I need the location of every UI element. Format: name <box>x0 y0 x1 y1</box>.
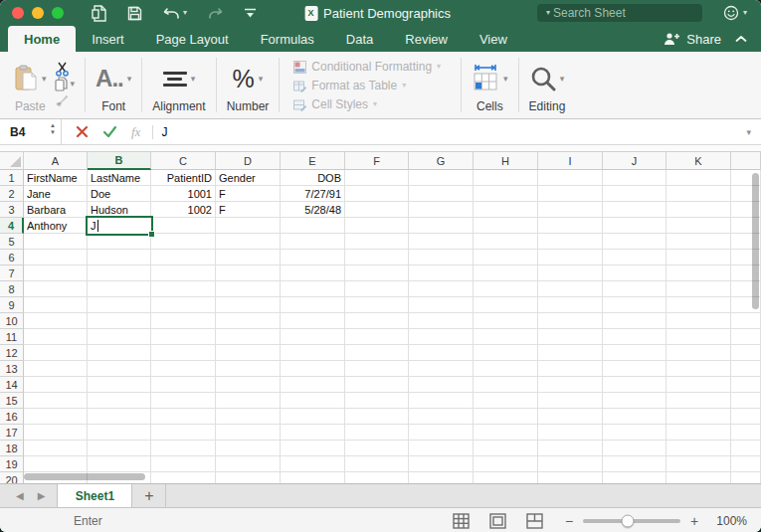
cell-K12[interactable] <box>666 345 731 361</box>
cell-A12[interactable] <box>24 345 88 361</box>
cell-partial-20[interactable] <box>731 472 761 483</box>
cell-E12[interactable] <box>281 345 345 361</box>
cell-D5[interactable] <box>216 234 281 250</box>
cell-I19[interactable] <box>538 456 603 472</box>
cell-C16[interactable] <box>151 409 216 425</box>
vertical-scrollbar-thumb[interactable] <box>752 173 759 309</box>
redo-button[interactable] <box>208 6 223 20</box>
row-header-19[interactable]: 19 <box>0 456 24 472</box>
cell-G9[interactable] <box>409 297 474 313</box>
new-workbook-button[interactable] <box>92 5 106 22</box>
cell-B12[interactable] <box>88 345 151 361</box>
cell-H5[interactable] <box>474 234 538 250</box>
save-button[interactable] <box>127 6 142 21</box>
cell-C2[interactable]: 1001 <box>151 186 216 202</box>
cell-J4[interactable] <box>603 218 666 234</box>
cell-F9[interactable] <box>345 297 409 313</box>
cell-A13[interactable] <box>24 361 88 377</box>
cell-K15[interactable] <box>666 393 731 409</box>
cell-K19[interactable] <box>666 456 731 472</box>
cell-B18[interactable] <box>88 441 151 456</box>
format-painter-button[interactable] <box>55 92 76 107</box>
cell-G1[interactable] <box>409 170 474 186</box>
cell-I20[interactable] <box>538 472 603 483</box>
cell-J20[interactable] <box>603 472 666 483</box>
column-header-E[interactable]: E <box>281 152 345 170</box>
cell-D3[interactable]: F <box>216 202 281 218</box>
cell-G12[interactable] <box>409 345 474 361</box>
cancel-entry-button[interactable] <box>76 125 89 138</box>
active-cell-B4[interactable]: J <box>86 216 153 236</box>
horizontal-scrollbar-thumb[interactable] <box>24 473 145 480</box>
font-caret-icon[interactable]: ▾ <box>127 75 132 84</box>
cell-E20[interactable] <box>281 472 345 483</box>
cell-I17[interactable] <box>538 425 603 441</box>
cell-K20[interactable] <box>666 472 731 483</box>
cell-E18[interactable] <box>281 441 345 456</box>
cell-H6[interactable] <box>474 250 538 266</box>
paste-menu-caret-icon[interactable]: ▾ <box>42 75 47 84</box>
cell-E8[interactable] <box>281 281 345 297</box>
row-header-8[interactable]: 8 <box>0 281 24 297</box>
paste-button[interactable]: ▾ Paste <box>14 58 47 113</box>
cell-partial-16[interactable] <box>731 409 761 425</box>
cell-K3[interactable] <box>666 202 731 218</box>
cell-E3[interactable]: 5/28/48 <box>281 202 345 218</box>
column-header-A[interactable]: A <box>24 152 88 170</box>
cell-K17[interactable] <box>666 425 731 441</box>
formula-input[interactable]: J <box>161 125 167 139</box>
cell-G20[interactable] <box>409 472 474 483</box>
cell-J11[interactable] <box>603 329 666 345</box>
cell-A5[interactable] <box>24 234 88 250</box>
cell-F16[interactable] <box>345 409 409 425</box>
cell-C7[interactable] <box>151 266 216 281</box>
cell-H1[interactable] <box>474 170 538 186</box>
cell-F20[interactable] <box>345 472 409 483</box>
cell-J14[interactable] <box>603 377 666 393</box>
row-header-15[interactable]: 15 <box>0 393 24 409</box>
close-window-button[interactable] <box>12 7 24 19</box>
cell-D12[interactable] <box>216 345 281 361</box>
cell-C9[interactable] <box>151 297 216 313</box>
cell-G17[interactable] <box>409 425 474 441</box>
name-box[interactable]: B4 ▲▼ <box>0 119 62 144</box>
cell-B11[interactable] <box>88 329 151 345</box>
cell-J19[interactable] <box>603 456 666 472</box>
cell-D19[interactable] <box>216 456 281 472</box>
cell-A10[interactable] <box>24 313 88 329</box>
search-input[interactable] <box>553 6 707 20</box>
cell-A15[interactable] <box>24 393 88 409</box>
cell-C10[interactable] <box>151 313 216 329</box>
cell-A18[interactable] <box>24 441 88 456</box>
cell-I18[interactable] <box>538 441 603 456</box>
cell-E11[interactable] <box>281 329 345 345</box>
confirm-entry-button[interactable] <box>102 125 117 138</box>
cell-E4[interactable] <box>281 218 345 234</box>
cell-F18[interactable] <box>345 441 409 456</box>
cell-partial-13[interactable] <box>731 361 761 377</box>
cell-B14[interactable] <box>88 377 151 393</box>
cell-A19[interactable] <box>24 456 88 472</box>
cell-I1[interactable] <box>538 170 603 186</box>
cell-G6[interactable] <box>409 250 474 266</box>
cell-I2[interactable] <box>538 186 603 202</box>
cell-A8[interactable] <box>24 281 88 297</box>
cell-B10[interactable] <box>88 313 151 329</box>
cell-E13[interactable] <box>281 361 345 377</box>
cell-G15[interactable] <box>409 393 474 409</box>
row-header-20[interactable]: 20 <box>0 472 24 483</box>
cell-F1[interactable] <box>345 170 409 186</box>
cell-C3[interactable]: 1002 <box>151 202 216 218</box>
format-as-table-button[interactable]: Format as Table ▾ <box>293 79 406 93</box>
cell-C6[interactable] <box>151 250 216 266</box>
feedback-button[interactable]: ▾ <box>723 5 747 21</box>
cell-D1[interactable]: Gender <box>216 170 281 186</box>
cell-I5[interactable] <box>538 234 603 250</box>
cell-I15[interactable] <box>538 393 603 409</box>
row-header-10[interactable]: 10 <box>0 313 24 329</box>
cell-C18[interactable] <box>151 441 216 456</box>
search-scope-caret-icon[interactable]: ▾ <box>546 9 550 17</box>
cell-H13[interactable] <box>474 361 538 377</box>
cell-C5[interactable] <box>151 234 216 250</box>
cell-K2[interactable] <box>666 186 731 202</box>
